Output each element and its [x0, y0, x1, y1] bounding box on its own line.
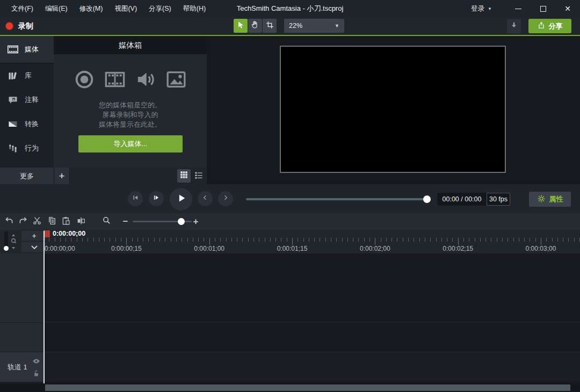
preview-canvas[interactable] [280, 46, 506, 173]
ruler-label: 0:00:03;00 [526, 245, 556, 252]
ruler-tick [176, 238, 177, 242]
ruler-tick [447, 238, 447, 242]
cut-button[interactable] [30, 215, 44, 228]
play-button[interactable] [170, 188, 192, 210]
ruler-tick [171, 238, 171, 242]
ruler-tick [552, 238, 553, 242]
track-1-lane[interactable] [44, 352, 580, 382]
unlock-icon[interactable] [33, 369, 40, 380]
ruler-tick [331, 238, 331, 242]
add-tab-button[interactable]: + [54, 168, 69, 184]
step-forward-icon [153, 194, 160, 204]
minimize-button[interactable] [506, 0, 531, 17]
playhead-time-label: 0:00:00;00 [53, 230, 85, 237]
ruler-tick [220, 238, 221, 242]
sidebar-item-annotations[interactable]: a 注释 [0, 88, 54, 112]
properties-label: 属性 [549, 194, 563, 204]
maximize-button[interactable] [531, 0, 555, 17]
ruler-tick [209, 238, 210, 245]
track-height-thumb[interactable] [4, 246, 9, 251]
ruler-tick [99, 238, 99, 242]
timeline-tracks-area[interactable]: 轨道 1 [0, 253, 580, 383]
crop-tool-button[interactable] [263, 19, 277, 33]
redo-button[interactable] [16, 215, 30, 228]
close-icon: ✕ [564, 5, 571, 12]
pan-tool-button[interactable] [248, 19, 262, 33]
horizontal-scrollbar[interactable] [45, 384, 570, 391]
paste-button[interactable] [59, 215, 73, 228]
properties-button[interactable]: 属性 [529, 192, 571, 207]
sidebar-item-library[interactable]: 库 [0, 63, 54, 88]
step-backward-button[interactable] [128, 191, 143, 206]
ruler-tick [82, 238, 83, 242]
split-icon [76, 216, 86, 228]
import-media-button[interactable]: 导入媒体... [78, 135, 183, 153]
behaviors-icon [7, 143, 19, 154]
ruler-tick [535, 238, 536, 242]
playhead-out-handle[interactable] [45, 230, 50, 237]
seek-slider-track[interactable] [246, 198, 427, 200]
track-1-name: 轨道 1 [8, 352, 27, 382]
previous-marker-button[interactable] [198, 191, 213, 206]
empty-line-1: 您的媒体箱是空的。 [54, 100, 207, 110]
cursor-icon [237, 21, 245, 31]
menu-edit[interactable]: 编辑(E) [39, 0, 74, 17]
sidebar: 媒体 库 a 注释 转换 行为 [0, 36, 54, 168]
zoom-in-button[interactable]: + [189, 215, 202, 228]
split-button[interactable] [74, 215, 88, 228]
grid-view-button[interactable] [177, 169, 191, 183]
menu-file[interactable]: 文件(F) [5, 0, 39, 17]
scissors-icon [32, 216, 42, 228]
timeline-scrollbar-gutter [0, 383, 580, 392]
add-track-button[interactable]: + [21, 231, 47, 241]
ruler-tick [281, 238, 281, 242]
ruler-tick [320, 238, 320, 242]
ruler-tick [325, 238, 326, 242]
sidebar-more-button[interactable]: 更多 [0, 168, 54, 184]
seek-slider-thumb[interactable] [423, 195, 431, 203]
ruler-tick [132, 238, 133, 242]
ruler-tick [160, 238, 160, 242]
record-button[interactable]: 录制 [5, 17, 33, 35]
undo-button[interactable] [2, 215, 16, 228]
time-display-group: 00:00 / 00:00 30 fps [437, 193, 510, 206]
canvas-zoom-dropdown[interactable]: 22% ▼ [284, 19, 344, 33]
ruler-tick [568, 238, 569, 242]
ruler-tick [104, 238, 105, 242]
timeline-zoom-button[interactable] [100, 215, 113, 228]
timeline-zoom-slider-thumb[interactable] [178, 218, 185, 225]
step-forward-button[interactable] [149, 191, 164, 206]
playhead-line[interactable] [44, 231, 45, 383]
ruler-tick [414, 238, 414, 242]
sidebar-item-media[interactable]: 媒体 [0, 36, 54, 63]
grid-icon [180, 171, 188, 181]
share-label: 分享 [549, 21, 563, 31]
list-view-button[interactable] [192, 169, 205, 183]
download-button[interactable] [507, 19, 521, 33]
eye-icon[interactable] [32, 357, 40, 366]
sidebar-item-transitions[interactable]: 转换 [0, 112, 54, 136]
next-marker-button[interactable] [218, 191, 233, 206]
share-button[interactable]: 分享 [528, 19, 571, 33]
ruler-tick [270, 238, 271, 242]
copy-button[interactable] [45, 215, 59, 228]
ruler-tick [231, 238, 232, 242]
menu-help[interactable]: 帮助(H) [177, 0, 212, 17]
zoom-out-button[interactable]: − [119, 215, 132, 228]
step-backward-icon [132, 194, 139, 204]
play-icon [175, 192, 187, 206]
ruler-tick [298, 238, 298, 242]
track-1-header[interactable]: 轨道 1 [0, 352, 44, 382]
collapse-tracks-button[interactable] [21, 242, 47, 252]
menu-modify[interactable]: 修改(M) [74, 0, 109, 17]
menu-view[interactable]: 视图(V) [108, 0, 143, 17]
ruler-tick [193, 238, 193, 242]
track-height-slider[interactable] [4, 231, 8, 251]
sidebar-item-behaviors[interactable]: 行为 [0, 136, 54, 160]
select-tool-button[interactable] [234, 19, 248, 33]
timeline-ruler[interactable]: 0:00:00;00 0:00:00;000:00:00;150:00:01;0… [44, 230, 580, 253]
close-button[interactable]: ✕ [555, 0, 580, 17]
menu-share[interactable]: 分享(S) [143, 0, 177, 17]
ruler-tick [397, 238, 397, 242]
sign-in-button[interactable]: 登录 ▼ [468, 4, 495, 13]
